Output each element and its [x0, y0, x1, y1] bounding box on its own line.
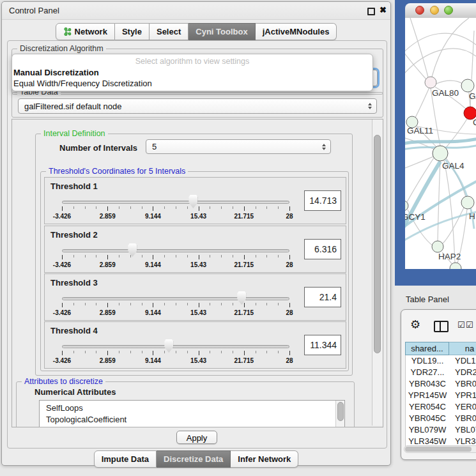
tab-discretize-data[interactable]: Discretize Data	[157, 450, 231, 468]
tick-label: 15.43	[190, 309, 206, 316]
tick-mark	[119, 351, 119, 353]
network-canvas[interactable]: GAL80GACGAL11GAL4GCY1HHAP2	[405, 18, 476, 269]
threshold-row: Threshold 3-3.4262.8599.14415.4321.71528…	[44, 273, 346, 321]
slider-tick-labels: -3.4262.8599.14415.4321.71528	[62, 357, 289, 365]
float-window-icon[interactable]	[367, 8, 375, 15]
tick-mark	[142, 255, 142, 257]
tick-mark	[210, 206, 210, 209]
table-row[interactable]: YBR045CYBR04	[406, 413, 476, 424]
network-window-titlebar[interactable]	[405, 3, 476, 19]
slider-tick-labels: -3.4262.8599.14415.4321.71528	[62, 309, 289, 317]
slider-tick-labels: -3.4262.8599.14415.4321.71528	[62, 213, 289, 220]
table-row[interactable]: YBL079WYBL07	[406, 424, 476, 436]
threshold-value-field[interactable]: 14.713	[304, 190, 341, 211]
checkbox-icon[interactable]: ☑	[457, 320, 465, 330]
tick-mark	[85, 303, 86, 305]
tick-label: 9.144	[145, 261, 161, 268]
tab-style[interactable]: Style	[115, 23, 150, 40]
tick-mark	[278, 351, 279, 353]
tick-label: 2.859	[100, 357, 116, 364]
node-table: shared...na YDL19...YDL19YDR27...YDR27YB…	[405, 342, 476, 448]
attributes-scrollbar-thumb[interactable]	[337, 402, 344, 421]
tick-mark	[266, 351, 267, 353]
slider-track[interactable]	[62, 201, 289, 204]
threshold-row: Threshold 1-3.4262.8599.14415.4321.71528…	[44, 177, 346, 224]
table-panel-title: Table Panel	[406, 295, 449, 304]
table-cell: YPR145W	[406, 390, 449, 401]
zoom-traffic-light[interactable]	[444, 6, 453, 15]
close-icon[interactable]: ✖	[380, 5, 387, 15]
attributes-group: Attributes to discretize Numerical Attri…	[16, 381, 355, 427]
table-column-header[interactable]: na	[449, 342, 476, 355]
gear-icon[interactable]: ⚙	[410, 319, 420, 330]
tick-mark	[96, 351, 96, 353]
table-row[interactable]: YDR27...YDR27	[406, 367, 476, 378]
threshold-row: Threshold 4-3.4262.8599.14415.4321.71528…	[44, 321, 346, 369]
threshold-value-field[interactable]: 6.316	[304, 239, 341, 259]
table-column-header[interactable]: shared...	[405, 342, 449, 355]
main-vertical-scrollbar[interactable]	[372, 119, 383, 426]
spinner-arrows-icon	[322, 144, 326, 150]
tick-label: 21.715	[234, 261, 254, 268]
tab-select[interactable]: Select	[150, 23, 188, 40]
tick-mark	[130, 351, 131, 353]
close-traffic-light[interactable]	[415, 6, 424, 15]
tick-mark	[244, 303, 245, 307]
tab-impute-data[interactable]: Impute Data	[94, 450, 157, 468]
slider-track[interactable]	[62, 297, 289, 300]
network-node-gal4[interactable]	[433, 146, 448, 161]
columns-icon[interactable]	[434, 321, 449, 332]
slider-track[interactable]	[62, 345, 289, 348]
menu-item-equal-width-frequency[interactable]: Equal Width/Frequency Discretization	[13, 79, 152, 88]
tick-mark	[142, 351, 142, 353]
table-data-combobox[interactable]: galFiltered.sif default node	[18, 98, 377, 114]
spinner-arrows-icon	[368, 103, 372, 109]
attributes-list-scrollbar[interactable]	[335, 401, 344, 427]
tab-content-panel: Discretization Algorithm Select algorith…	[7, 40, 387, 449]
network-node-gcy1[interactable]	[405, 201, 408, 211]
attribute-list-item[interactable]: SelfLoops	[40, 403, 344, 414]
network-node-h[interactable]	[461, 196, 474, 209]
attribute-list-item[interactable]: BetweennessCentrality	[40, 425, 344, 427]
apply-button[interactable]: Apply	[176, 431, 217, 444]
number-of-intervals-combobox[interactable]: 5	[146, 139, 331, 154]
tick-label: 9.144	[145, 357, 161, 364]
table-scrollbar-thumb[interactable]	[405, 447, 472, 452]
tick-label: 15.43	[190, 357, 206, 364]
table-row[interactable]: YER054CYER05	[406, 401, 476, 413]
table-cell: YDL19	[449, 355, 476, 367]
tab-network[interactable]: Network	[56, 23, 115, 40]
tab-jactivemnodules[interactable]: jActiveMNodules	[256, 23, 337, 40]
threshold-value-field[interactable]: 11.344	[304, 335, 341, 355]
network-node-gal80[interactable]	[425, 77, 436, 88]
tick-mark	[256, 206, 256, 209]
algorithm-dropdown-popup: Select algorithm to view settings Manual…	[12, 54, 373, 91]
tick-mark	[153, 255, 153, 259]
minimize-traffic-light[interactable]	[430, 6, 439, 15]
network-node-ga[interactable]	[461, 79, 474, 92]
table-row[interactable]: YDL19...YDL19	[406, 355, 476, 367]
threshold-value-field[interactable]: 21.4	[304, 287, 341, 307]
tick-mark	[221, 206, 222, 209]
table-row[interactable]: YPR145WYPR14	[406, 390, 476, 401]
tick-label: -3.426	[53, 213, 71, 220]
network-desktop: GAL80GACGAL11GAL4GCY1HHAP2	[395, 0, 476, 286]
network-node-hap2[interactable]	[432, 241, 443, 252]
node-label: HAP2	[438, 252, 461, 261]
table-horizontal-scrollbar[interactable]	[404, 445, 476, 453]
tick-mark	[176, 206, 176, 209]
tab-cyni-toolbox[interactable]: Cyni Toolbox	[188, 23, 255, 40]
tick-mark	[176, 303, 176, 305]
menu-item-manual-discretization[interactable]: Manual Discretization	[13, 68, 99, 77]
numerical-attributes-label: Numerical Attributes	[35, 387, 116, 397]
main-scrollbar-thumb[interactable]	[374, 135, 381, 353]
tick-mark	[199, 255, 199, 259]
table-cell: YDR27...	[406, 367, 449, 378]
table-cell: YBR04	[449, 413, 476, 424]
tick-mark	[210, 351, 210, 353]
table-row[interactable]: YBR043CYBR04	[406, 378, 476, 390]
slider-track[interactable]	[62, 249, 289, 252]
attribute-list-item[interactable]: TopologicalCoefficient	[40, 414, 344, 426]
tab-infer-network[interactable]: Infer Network	[231, 450, 298, 468]
checkbox-icon[interactable]: ☑	[466, 320, 473, 330]
